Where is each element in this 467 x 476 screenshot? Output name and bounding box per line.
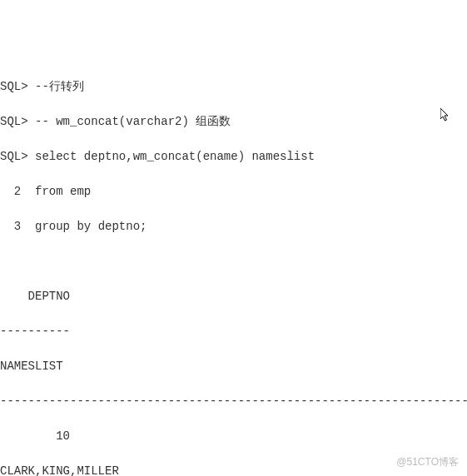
header-separator: ----------	[0, 323, 467, 340]
sql-prompt: SQL>	[0, 80, 28, 93]
sql-line: SQL> --行转列	[0, 78, 467, 96]
result-value: 10	[0, 428, 467, 445]
sql-line: SQL> select deptno,wm_concat(ename) name…	[0, 148, 467, 166]
sql-stmt: select deptno,wm_concat(ename) nameslist	[35, 150, 315, 163]
header-separator: ----------------------------------------…	[0, 393, 467, 410]
sql-stmt: from emp	[35, 185, 91, 198]
column-header: DEPTNO	[0, 288, 467, 305]
sql-line: 2 from emp	[0, 183, 467, 201]
sql-line: SQL> -- wm_concat(varchar2) 组函数	[0, 113, 467, 131]
blank-line	[0, 253, 467, 270]
line-number: 2	[0, 185, 28, 198]
line-number: 3	[0, 220, 28, 233]
sql-stmt: -- wm_concat(varchar2) 组函数	[35, 115, 231, 128]
sql-line: 3 group by deptno;	[0, 218, 467, 236]
watermark: @51CTO博客	[396, 454, 459, 469]
sql-stmt: --行转列	[35, 80, 84, 93]
column-header: NAMESLIST	[0, 358, 467, 375]
sql-prompt: SQL>	[0, 115, 28, 128]
sql-prompt: SQL>	[0, 150, 28, 163]
sql-stmt: group by deptno;	[35, 220, 147, 233]
